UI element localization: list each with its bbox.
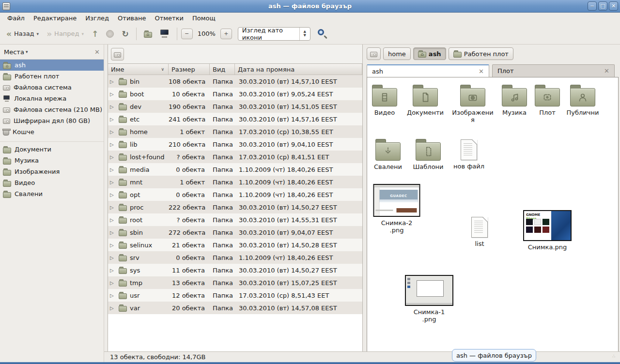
- file-item[interactable]: Публични: [562, 84, 603, 116]
- table-row[interactable]: ▷proc 222 обекта Папка 30.03.2010 (вт) 1…: [108, 201, 362, 213]
- column-header[interactable]: Размер: [169, 64, 210, 75]
- file-item[interactable]: Снимка-1.png: [405, 275, 453, 323]
- menu-item[interactable]: Помощ: [188, 14, 220, 23]
- search-icon[interactable]: [317, 29, 328, 39]
- table-row[interactable]: ▷lib 210 обекта Папка 30.03.2010 (вт) 9,…: [108, 138, 362, 151]
- tab-Плот[interactable]: Плот ✕: [492, 64, 615, 77]
- breadcrumb-button[interactable]: Работен плот: [449, 47, 513, 60]
- close-button-icon[interactable]: ✕: [609, 1, 618, 11]
- menu-item[interactable]: Отметки: [150, 14, 187, 23]
- expander-icon[interactable]: ▷: [110, 268, 116, 273]
- sidebar-item[interactable]: Изображения: [0, 166, 104, 177]
- table-row[interactable]: ▷sys 11 обекта Папка 30.03.2010 (вт) 14,…: [108, 264, 362, 276]
- table-row[interactable]: ▷selinux 21 обекта Папка 30.03.2010 (вт)…: [108, 239, 362, 251]
- expander-icon[interactable]: ▷: [110, 217, 116, 223]
- sidebar-item[interactable]: Документи: [0, 144, 104, 155]
- table-row[interactable]: ▷media 0 обекта Папка 1.10.2009 (чт) 18,…: [108, 163, 362, 176]
- filesystem-root-button[interactable]: [111, 48, 124, 61]
- icon-view[interactable]: Видео Документи Изображения Музика Плот …: [367, 77, 619, 351]
- menu-item[interactable]: Отиване: [113, 14, 150, 23]
- sidebar-item[interactable]: Кошче: [0, 126, 104, 137]
- table-row[interactable]: ▷usr 12 обекта Папка 17.03.2010 (ср) 8,5…: [108, 289, 362, 302]
- minimize-button-icon[interactable]: ─: [588, 1, 597, 11]
- file-item[interactable]: Изображения: [452, 84, 494, 124]
- file-item[interactable]: Документи: [402, 84, 449, 116]
- expander-icon[interactable]: ▷: [110, 117, 116, 122]
- expander-icon[interactable]: ▷: [110, 280, 116, 286]
- stop-button[interactable]: [103, 28, 117, 40]
- file-item[interactable]: GNOME Store Снимка.png: [522, 210, 573, 251]
- sidebar-item[interactable]: ⌂ash: [0, 60, 104, 71]
- combo-spinner-icon[interactable]: ▲▼: [299, 28, 310, 40]
- expander-icon[interactable]: ▷: [110, 192, 116, 197]
- home-button[interactable]: ⌂: [140, 28, 155, 40]
- zoom-in-button[interactable]: +: [220, 29, 232, 39]
- file-item[interactable]: Свалени: [369, 138, 407, 170]
- resize-grip[interactable]: ∴: [612, 354, 619, 361]
- column-header[interactable]: Име∨: [108, 64, 169, 75]
- file-item[interactable]: GUADEC Снимка-2.png: [373, 184, 420, 234]
- sidebar-item[interactable]: Шифриран дял (80 GB): [0, 115, 104, 126]
- table-row[interactable]: ▷opt 0 обекта Папка 1.10.2009 (чт) 18,40…: [108, 188, 362, 201]
- file-item[interactable]: list: [465, 217, 494, 247]
- maximize-button-icon[interactable]: □: [598, 1, 607, 11]
- breadcrumb-button[interactable]: home: [383, 47, 411, 60]
- expander-icon[interactable]: ▷: [110, 167, 116, 172]
- file-item[interactable]: Шаблони: [409, 138, 447, 170]
- zoom-out-button[interactable]: −: [181, 29, 193, 39]
- column-header[interactable]: Дата на промяна: [235, 64, 362, 75]
- expander-icon[interactable]: ▷: [110, 104, 116, 109]
- up-button[interactable]: ↑: [88, 28, 102, 40]
- table-row[interactable]: ▷tmp 13 обекта Папка 30.03.2010 (вт) 15,…: [108, 276, 362, 289]
- expander-icon[interactable]: ▷: [110, 180, 116, 185]
- file-item[interactable]: Видео: [368, 84, 402, 116]
- sidebar-item[interactable]: Файлова система: [0, 82, 104, 93]
- tab-ash[interactable]: ash ✕: [367, 64, 489, 77]
- computer-button[interactable]: [156, 27, 173, 40]
- tab-close-icon[interactable]: ✕: [479, 68, 484, 75]
- expander-icon[interactable]: ▷: [110, 154, 116, 160]
- sidebar-item[interactable]: Файлова система (210 MB): [0, 104, 104, 115]
- sidebar-item[interactable]: Работен плот: [0, 71, 104, 82]
- sidebar-item[interactable]: Локална мрежа: [0, 93, 104, 104]
- expander-icon[interactable]: ▷: [110, 293, 116, 298]
- view-mode-select[interactable]: Изглед като икони ▲▼: [238, 27, 310, 41]
- expander-icon[interactable]: ▷: [110, 243, 116, 248]
- expander-icon[interactable]: ▷: [110, 79, 116, 84]
- breadcrumb-button[interactable]: ⌂ash: [413, 47, 446, 60]
- sidebar-close-icon[interactable]: ✕: [94, 48, 100, 56]
- table-row[interactable]: ▷root ? обекта Папка 30.03.2010 (вт) 14,…: [108, 213, 362, 226]
- file-item[interactable]: нов файл: [450, 139, 488, 170]
- sidebar-header-dropdown-icon[interactable]: ▾: [26, 49, 94, 54]
- table-row[interactable]: ▷mnt 1 обект Папка 1.10.2009 (чт) 18,40,…: [108, 176, 362, 188]
- forward-button[interactable]: » Напред ▾: [43, 28, 87, 40]
- sidebar-header[interactable]: Места: [4, 48, 26, 56]
- table-row[interactable]: ▷var 20 обекта Папка 30.03.2010 (вт) 14,…: [108, 302, 362, 314]
- table-row[interactable]: ▷lost+found ? обекта Папка 17.03.2010 (с…: [108, 151, 362, 163]
- expander-icon[interactable]: ▷: [110, 129, 116, 135]
- expander-icon[interactable]: ▷: [110, 91, 116, 97]
- sidebar-item[interactable]: Видео: [0, 177, 104, 188]
- table-row[interactable]: ▷bin 108 обекта Папка 30.03.2010 (вт) 14…: [108, 75, 362, 88]
- expander-icon[interactable]: ▷: [110, 205, 116, 210]
- column-header[interactable]: Вид: [210, 64, 235, 75]
- menu-item[interactable]: Редактиране: [29, 14, 81, 23]
- table-row[interactable]: ▷srv 0 обекта Папка 1.10.2009 (чт) 18,40…: [108, 251, 362, 264]
- expander-icon[interactable]: ▷: [110, 230, 116, 235]
- breadcrumb-button[interactable]: [367, 47, 381, 60]
- table-row[interactable]: ▷dev 190 обекта Папка 30.03.2010 (вт) 14…: [108, 100, 362, 113]
- expander-icon[interactable]: ▷: [110, 305, 116, 311]
- table-row[interactable]: ▷home 1 обект Папка 17.03.2010 (ср) 10,3…: [108, 125, 362, 138]
- file-item[interactable]: Музика: [497, 84, 531, 116]
- table-row[interactable]: ▷etc 241 обекта Папка 30.03.2010 (вт) 14…: [108, 113, 362, 125]
- expander-icon[interactable]: ▷: [110, 142, 116, 147]
- taskbar-window-button[interactable]: ash — файлов браузър: [452, 349, 536, 362]
- table-row[interactable]: ▷sbin 272 обекта Папка 30.03.2010 (вт) 9…: [108, 226, 362, 239]
- sidebar-item[interactable]: Свалени: [0, 188, 104, 199]
- tab-close-icon[interactable]: ✕: [604, 67, 609, 75]
- file-item[interactable]: Плот: [533, 84, 562, 116]
- menu-item[interactable]: Изглед: [81, 14, 113, 23]
- back-button[interactable]: « Назад ▾: [3, 28, 42, 40]
- sidebar-item[interactable]: Музика: [0, 155, 104, 166]
- back-dropdown-icon[interactable]: ▾: [37, 31, 39, 36]
